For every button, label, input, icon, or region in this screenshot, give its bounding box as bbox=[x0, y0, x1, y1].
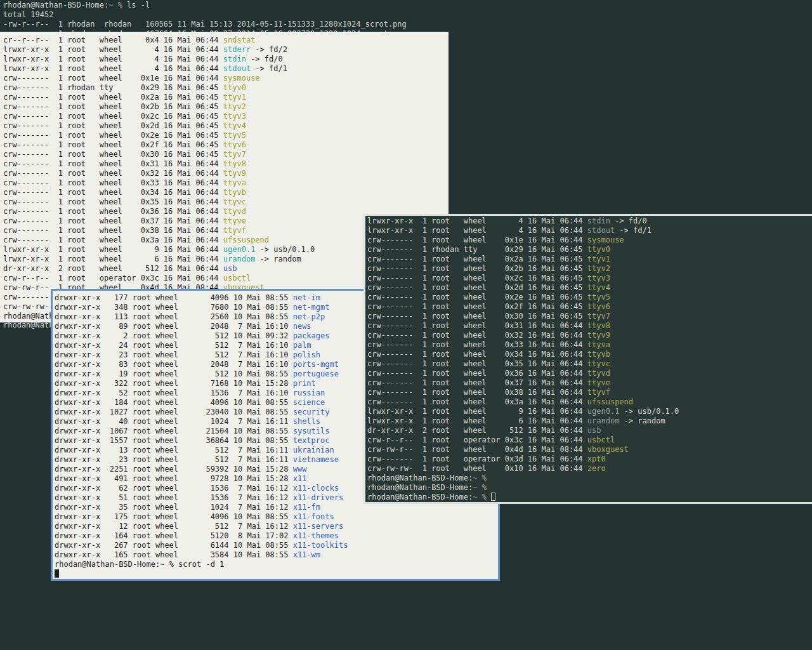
file-row: crw------- 1 root wheel 0x2e 16 Mai 06:4… bbox=[3, 131, 447, 140]
symlink-target: -> fd/0 bbox=[610, 216, 647, 225]
file-attrs: drwxr-xr-x 1067 root wheel 21504 10 Mai … bbox=[55, 427, 293, 435]
file-name: vboxguest bbox=[587, 445, 629, 454]
file-attrs: crw-rw-rw- 1 root wheel 0x10 16 Mai 06:4… bbox=[367, 464, 587, 473]
file-attrs: drwxr-xr-x 2251 root wheel 59392 10 Mai … bbox=[55, 465, 293, 474]
file-name: ttyv6 bbox=[223, 140, 246, 149]
file-name: stdout bbox=[587, 226, 615, 235]
file-name: ttyv0 bbox=[587, 245, 610, 254]
file-row: crw------- 1 root wheel 0x33 16 Mai 06:4… bbox=[3, 178, 447, 188]
file-name: ttyv7 bbox=[223, 150, 246, 159]
file-name: ufssuspend bbox=[587, 397, 633, 406]
prompt-line: rhodan@Nathan-BSD-Home:~ % scrot -d 1 bbox=[55, 560, 498, 569]
file-attrs: crw------- 1 root wheel 0x2f 16 Mai 06:4… bbox=[367, 302, 587, 311]
file-attrs: crw------- 1 rhodan tty 0x29 16 Mai 06:4… bbox=[367, 245, 587, 254]
file-row: crw------- 1 root wheel 0x2f 16 Mai 06:4… bbox=[367, 302, 812, 312]
file-name: sysutils bbox=[293, 427, 330, 435]
file-row: crw------- 1 root wheel 0x35 16 Mai 06:4… bbox=[3, 197, 447, 207]
file-row: crw-rw-r-- 1 root wheel 0x4d 16 Mai 08:4… bbox=[367, 445, 812, 454]
file-row: crw------- 1 rhodan tty 0x29 16 Mai 06:4… bbox=[3, 83, 447, 93]
file-attrs: lrwxr-xr-x 1 root wheel 4 16 Mai 06:44 bbox=[367, 216, 587, 225]
file-row: crw------- 1 root wheel 0x3a 16 Mai 06:4… bbox=[367, 397, 812, 407]
file-attrs: crw------- 1 root wheel 0x2b 16 Mai 06:4… bbox=[367, 264, 587, 273]
file-attrs: -rw-r--r-- 1 rhodan rhodan 160565 11 Mai… bbox=[3, 20, 237, 29]
file-name: x11-themes bbox=[293, 531, 339, 540]
file-attrs: drwxr-xr-x 491 root wheel 9728 10 Mai 15… bbox=[55, 474, 293, 483]
file-name: ttyvf bbox=[223, 226, 246, 235]
file-attrs: drwxr-xr-x 177 root wheel 4096 10 Mai 08… bbox=[55, 293, 293, 302]
file-row: lrwxr-xr-x 1 root wheel 4 16 Mai 06:44 s… bbox=[367, 226, 812, 235]
prompt-command: scrot -d 1 bbox=[174, 560, 224, 569]
total-line: total 19452 bbox=[3, 10, 407, 20]
prompt-line: rhodan@Nathan-BSD-Home:~ % bbox=[367, 493, 812, 502]
prompt-line: rhodan@Nathan-BSD-Home:~ % bbox=[367, 474, 812, 483]
file-name: packages bbox=[293, 331, 330, 340]
file-attrs: crw------- 1 root wheel 0x33 16 Mai 06:4… bbox=[367, 340, 587, 349]
file-name: ttyve bbox=[223, 216, 246, 225]
file-name: urandom bbox=[587, 416, 620, 425]
file-attrs: lrwxr-xr-x 1 root wheel 4 16 Mai 06:44 bbox=[367, 226, 587, 235]
file-row: dr-xr-xr-x 2 root wheel 512 16 Mai 06:44… bbox=[367, 426, 812, 435]
file-row: crw------- 1 root wheel 0x35 16 Mai 06:4… bbox=[367, 359, 812, 369]
file-row: crw------- 1 root wheel 0x2b 16 Mai 06:4… bbox=[3, 102, 447, 112]
prompt-user: rhodan@Nathan-BSD-Home: bbox=[367, 474, 473, 482]
file-attrs: lrwxr-xr-x 1 root wheel 4 16 Mai 06:44 bbox=[3, 64, 223, 73]
file-attrs: crw------- 1 root wheel 0x3a 16 Mai 06:4… bbox=[3, 235, 223, 244]
symlink-target: -> fd/1 bbox=[615, 226, 652, 235]
file-attrs: crw------- 1 root wheel 0x2c 16 Mai 06:4… bbox=[3, 112, 223, 121]
file-name: ports-mgmt bbox=[293, 360, 339, 369]
file-attrs: crw------- 1 root wheel 0x2c 16 Mai 06:4… bbox=[367, 274, 587, 282]
file-attrs: drwxr-xr-x 23 root wheel 512 7 Mai 16:10 bbox=[55, 350, 293, 359]
file-name: ttyv4 bbox=[223, 121, 246, 130]
file-name: ttyv8 bbox=[587, 321, 610, 330]
symlink-target: -> usb/0.1.0 bbox=[255, 245, 315, 254]
file-attrs: crw------- 1 root wheel 0x38 16 Mai 06:4… bbox=[367, 388, 587, 397]
file-name: news bbox=[293, 322, 311, 331]
file-row: crw-r--r-- 1 root operator 0x3c 16 Mai 0… bbox=[367, 435, 812, 445]
file-row: lrwxr-xr-x 1 root wheel 9 16 Mai 06:44 u… bbox=[367, 407, 812, 416]
text-cursor bbox=[55, 569, 59, 578]
file-attrs: drwxr-xr-x 184 root wheel 4096 10 Mai 08… bbox=[55, 398, 293, 407]
file-row: lrwxr-xr-x 1 root wheel 4 16 Mai 06:44 s… bbox=[367, 216, 812, 226]
file-attrs: crw------- 1 root wheel 0x32 16 Mai 06:4… bbox=[3, 169, 223, 178]
file-name: urandom bbox=[223, 255, 256, 263]
file-name: x11-fonts bbox=[293, 512, 334, 521]
file-name: ugen0.1 bbox=[587, 407, 620, 416]
file-attrs: crw------- 1 root operator 0x3d 16 Mai 0… bbox=[367, 454, 587, 463]
file-attrs: crw-rw-r-- 1 root wheel 0x4d 16 Mai 08:4… bbox=[367, 445, 587, 454]
file-attrs: crw------- 1 root wheel 0x30 16 Mai 06:4… bbox=[3, 150, 223, 159]
prompt-user: rhodan@Nathan-BSD-Home: bbox=[55, 560, 160, 569]
file-name: ttyv3 bbox=[223, 112, 246, 121]
file-name: ttyv8 bbox=[223, 159, 246, 168]
file-row: drwxr-xr-x 267 root wheel 6144 10 Mai 08… bbox=[55, 541, 498, 550]
file-name: ttyvf bbox=[587, 388, 610, 397]
file-name: ttyv4 bbox=[587, 283, 610, 292]
file-attrs: crw------- 1 root wheel 0x2e 16 Mai 06:4… bbox=[3, 131, 223, 140]
file-name: russian bbox=[293, 388, 325, 397]
file-attrs: dr-xr-xr-x 2 root wheel 512 16 Mai 06:44 bbox=[3, 264, 223, 273]
file-attrs: drwxr-xr-x 52 root wheel 1536 7 Mai 16:1… bbox=[55, 388, 293, 397]
file-row: lrwxr-xr-x 1 root wheel 4 16 Mai 06:44 s… bbox=[3, 45, 447, 55]
file-attrs: drwxr-xr-x 322 root wheel 7168 10 Mai 15… bbox=[55, 379, 293, 388]
file-name: usbctl bbox=[223, 274, 251, 282]
file-name: sysmouse bbox=[223, 74, 260, 83]
file-attrs: crw-r--r-- 1 root operator 0x3c 16 Mai 0… bbox=[3, 274, 223, 282]
file-name: ttyvd bbox=[223, 207, 246, 216]
file-name: ttyvb bbox=[223, 188, 246, 197]
file-row: drwxr-xr-x 175 root wheel 4096 10 Mai 08… bbox=[55, 512, 498, 522]
file-attrs: drwxr-xr-x 23 root wheel 512 7 Mai 16:11 bbox=[55, 455, 293, 464]
file-name: ttyv9 bbox=[223, 169, 246, 178]
file-name: ttyve bbox=[587, 378, 610, 387]
file-name: ttyv2 bbox=[223, 102, 246, 111]
file-attrs: crw------- 1 root wheel 0x1e 16 Mai 06:4… bbox=[3, 74, 223, 83]
prompt-line: rhodan@Nathan-BSD-Home:~ % ls -l bbox=[3, 1, 407, 10]
terminal-window-dev-listing-dark[interactable]: lrwxr-xr-x 1 root wheel 4 16 Mai 06:44 s… bbox=[363, 214, 812, 504]
file-attrs: drwxr-xr-x 1027 root wheel 23040 10 Mai … bbox=[55, 408, 293, 416]
file-name: ttyv5 bbox=[587, 293, 610, 302]
prompt-command: ls -l bbox=[122, 1, 150, 10]
file-attrs: lrwxr-xr-x 1 root wheel 6 16 Mai 06:44 bbox=[367, 416, 587, 425]
prompt-percent: % bbox=[169, 560, 174, 569]
symlink-target: -> fd/1 bbox=[251, 64, 287, 73]
file-attrs: lrwxr-xr-x 1 root wheel 9 16 Mai 06:44 bbox=[3, 245, 223, 254]
file-name: ttyva bbox=[587, 340, 610, 349]
file-attrs: drwxr-xr-x 12 root wheel 512 7 Mai 16:12 bbox=[55, 522, 293, 531]
